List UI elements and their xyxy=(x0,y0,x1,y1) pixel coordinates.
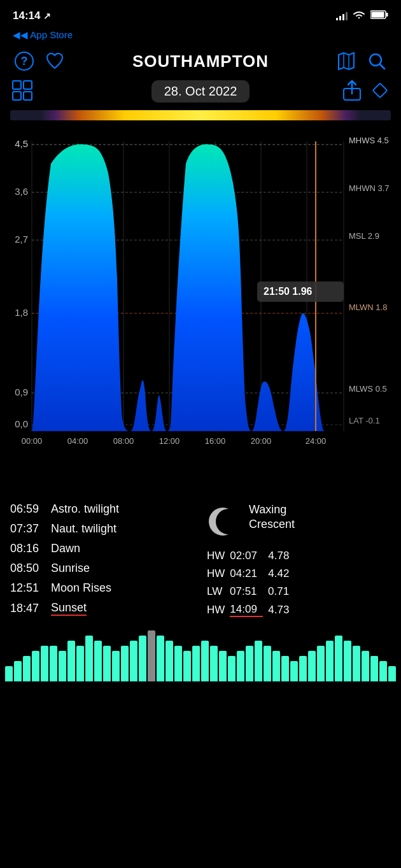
svg-text:0,0: 0,0 xyxy=(15,418,28,429)
bar-item xyxy=(112,651,120,681)
moon-phase: WaxingCrescent xyxy=(207,502,295,541)
bar-chart-section xyxy=(0,622,401,686)
svg-text:20:00: 20:00 xyxy=(251,436,272,446)
bar-item xyxy=(353,646,360,681)
bar-item xyxy=(148,630,155,681)
svg-rect-1 xyxy=(386,13,388,17)
bar-item xyxy=(255,641,262,681)
date-display[interactable]: 28. Oct 2022 xyxy=(151,80,250,103)
svg-text:?: ? xyxy=(21,55,28,68)
svg-rect-11 xyxy=(24,81,32,89)
date-bar: 28. Oct 2022 xyxy=(0,78,401,108)
bar-chart xyxy=(0,627,401,681)
events-list: 06:59 Astro. twilight 07:37 Naut. twilig… xyxy=(10,502,200,617)
bar-item xyxy=(157,636,164,681)
tide-type-2: LW xyxy=(207,585,225,598)
favorites-button[interactable] xyxy=(41,47,69,75)
top-nav: ? SOUTHAMPTON xyxy=(0,45,401,78)
event-time-4: 12:51 xyxy=(10,581,43,595)
map-button[interactable] xyxy=(332,47,360,75)
svg-text:1,8: 1,8 xyxy=(15,307,28,318)
tide-type-1: HW xyxy=(207,567,225,580)
event-time-1: 07:37 xyxy=(10,522,43,536)
bar-item xyxy=(14,661,22,681)
bar-item xyxy=(362,651,369,681)
svg-text:MSL 2.9: MSL 2.9 xyxy=(349,231,379,241)
app-store-nav[interactable]: ◀ ◀ App Store xyxy=(0,28,401,45)
event-label-0: Astro. twilight xyxy=(51,502,119,516)
event-time-2: 08:16 xyxy=(10,542,43,555)
svg-rect-13 xyxy=(24,92,32,100)
bar-item xyxy=(210,646,218,681)
tide-row-0: HW 02:07 4.78 xyxy=(207,550,289,562)
event-label-4: Moon Rises xyxy=(51,581,111,595)
bar-item xyxy=(317,646,325,681)
app-store-label[interactable]: ◀ App Store xyxy=(20,29,73,41)
bar-item xyxy=(139,636,146,681)
share-button[interactable] xyxy=(341,80,363,104)
svg-text:MHWN 3.7: MHWN 3.7 xyxy=(349,183,390,193)
tide-time-0: 02:07 xyxy=(230,550,263,562)
golden-hour-bar xyxy=(0,108,401,125)
tide-type-3: HW xyxy=(207,604,225,616)
svg-text:16:00: 16:00 xyxy=(205,436,226,446)
battery-icon xyxy=(370,10,388,22)
bar-item xyxy=(5,666,13,681)
tide-height-0: 4.78 xyxy=(268,550,289,562)
svg-text:00:00: 00:00 xyxy=(22,436,43,446)
svg-text:08:00: 08:00 xyxy=(113,436,134,446)
back-arrow: ◀ xyxy=(13,29,20,41)
bar-item xyxy=(23,656,31,681)
wifi-icon xyxy=(353,10,365,22)
bar-item xyxy=(370,656,378,681)
event-row-sunrise: 08:50 Sunrise xyxy=(10,562,200,575)
bar-item xyxy=(379,661,387,681)
tide-chart[interactable]: 4,5 3,6 2,7 1,8 0,9 0,0 MHWS 4.5 MHWN 3.… xyxy=(0,125,401,495)
tide-height-2: 0.71 xyxy=(268,585,289,598)
svg-text:MLWS 0.5: MLWS 0.5 xyxy=(349,384,387,394)
bar-item xyxy=(183,651,191,681)
status-bar: 14:14 ↗ xyxy=(0,0,401,28)
bar-item xyxy=(50,646,57,681)
status-time: 14:14 ↗ xyxy=(13,10,51,22)
bar-item xyxy=(344,641,351,681)
date-side-actions xyxy=(341,80,391,104)
bar-item xyxy=(388,666,396,681)
event-time-0: 06:59 xyxy=(10,502,43,516)
event-label-2: Dawn xyxy=(51,542,80,555)
tide-row-2: LW 07:51 0.71 xyxy=(207,585,289,598)
bar-item xyxy=(130,641,137,681)
svg-text:4,5: 4,5 xyxy=(15,138,28,149)
bar-item xyxy=(121,646,129,681)
bar-item xyxy=(237,651,244,681)
grid-button[interactable] xyxy=(10,78,34,105)
event-label-3: Sunrise xyxy=(51,562,90,575)
bar-item xyxy=(32,651,39,681)
svg-text:21:50  1.96: 21:50 1.96 xyxy=(264,286,313,297)
bar-item xyxy=(308,651,316,681)
diamond-button[interactable] xyxy=(369,80,391,104)
moon-and-tides: WaxingCrescent HW 02:07 4.78 HW 04:21 4.… xyxy=(200,502,391,617)
bar-item xyxy=(264,646,271,681)
moon-phase-text: WaxingCrescent xyxy=(249,502,295,532)
svg-text:24:00: 24:00 xyxy=(306,436,327,446)
help-button[interactable]: ? xyxy=(10,47,38,75)
location-icon: ↗ xyxy=(43,11,51,21)
svg-marker-5 xyxy=(339,53,354,69)
bar-item xyxy=(67,641,75,681)
svg-text:12:00: 12:00 xyxy=(159,436,180,446)
bar-item xyxy=(201,641,209,681)
tide-time-3: 14:09 xyxy=(230,603,263,617)
svg-rect-2 xyxy=(372,12,384,18)
svg-rect-12 xyxy=(13,92,21,100)
event-time-5: 18:47 xyxy=(10,602,43,615)
tide-time-1: 04:21 xyxy=(230,567,263,580)
bar-item xyxy=(103,646,111,681)
signal-strength xyxy=(336,11,348,20)
moon-phase-icon xyxy=(207,502,239,541)
search-button[interactable] xyxy=(363,47,391,75)
bar-item xyxy=(326,641,334,681)
event-row-moonrise: 12:51 Moon Rises xyxy=(10,581,200,595)
event-time-3: 08:50 xyxy=(10,562,43,575)
bar-item xyxy=(85,636,93,681)
